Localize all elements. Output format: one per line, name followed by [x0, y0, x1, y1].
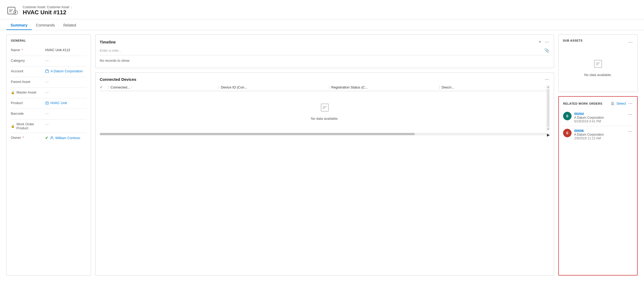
tab-bar: Summary Commands Related — [0, 20, 644, 30]
timeline-title: Timeline — [100, 40, 116, 44]
timeline-no-records: No records to show. — [100, 57, 550, 64]
field-work-order-product: 🔒 Work Order Product --- — [11, 119, 86, 133]
field-barcode: Barcode --- — [11, 109, 86, 119]
breadcrumb[interactable]: Customer Asset: Customer Asset ⌄ — [23, 5, 73, 9]
field-account: Account A Datum Corporation — [11, 66, 86, 77]
col-description[interactable]: Descri... — [439, 85, 550, 89]
wo-company-2: A Datum Corporation — [574, 133, 625, 136]
devices-table-header: ✓ Connected... ↑ Device ID (Con... Regis… — [100, 85, 550, 91]
work-order-item-2: 0 00006 A Datum Corporation 2/9/2019 11:… — [563, 126, 633, 143]
general-panel: GENERAL Name * HVAC Unit #112 Category -… — [6, 34, 91, 276]
work-order-item-1: 0 00204 A Datum Corporation 6/19/2019 4:… — [563, 109, 633, 126]
wo-details-2: 00006 A Datum Corporation 2/9/2019 11:12… — [574, 129, 625, 140]
required-indicator-owner: * — [22, 136, 24, 140]
connected-devices-panel: Connected Devices ⋯ ✓ Connected... ↑ Dev… — [95, 72, 554, 276]
attachment-icon: 📎 — [544, 48, 550, 53]
wo-date-1: 6/19/2019 4:41 PM — [574, 119, 625, 123]
work-orders-actions: ☰ Select ⋯ — [611, 101, 633, 106]
wo-company-1: A Datum Corporation — [574, 116, 625, 119]
timeline-panel: Timeline + ⋯ Enter a note... 📎 No record… — [95, 34, 554, 68]
middle-panel: Timeline + ⋯ Enter a note... 📎 No record… — [95, 34, 554, 276]
field-value-product[interactable]: HVAC Unit — [45, 101, 86, 105]
sub-assets-header: SUB ASSETS ⋯ — [563, 39, 633, 45]
tab-commands[interactable]: Commands — [32, 20, 59, 30]
work-orders-select-button[interactable]: Select — [616, 101, 626, 105]
tab-summary[interactable]: Summary — [6, 20, 32, 30]
wo-number-1[interactable]: 00204 — [574, 112, 625, 116]
main-content: GENERAL Name * HVAC Unit #112 Category -… — [0, 30, 644, 280]
field-label-owner: Owner * — [11, 136, 45, 140]
svg-rect-0 — [8, 7, 15, 14]
list-view-icon: ☰ — [611, 101, 614, 106]
sub-assets-more-button[interactable]: ⋯ — [628, 40, 633, 45]
svg-rect-2 — [45, 70, 49, 73]
work-orders-header: RELATED WORK ORDERS ☰ Select ⋯ — [563, 101, 633, 106]
timeline-note-area[interactable]: Enter a note... 📎 — [100, 48, 550, 55]
chevron-down-icon: ⌄ — [70, 6, 73, 9]
owner-verified-icon: ✔ — [45, 136, 48, 140]
no-data-icon — [320, 103, 330, 114]
field-value-account[interactable]: A Datum Corporation — [45, 69, 86, 73]
sub-assets-no-data-text: No data available. — [584, 73, 612, 77]
breadcrumb-text: Customer Asset: Customer Asset — [23, 5, 69, 9]
sub-assets-title: SUB ASSETS — [563, 39, 583, 42]
sub-assets-no-data-icon — [593, 59, 603, 71]
general-section-title: GENERAL — [11, 39, 86, 42]
product-link-icon — [45, 101, 49, 105]
scroll-up-button[interactable] — [547, 86, 549, 88]
col-device-id[interactable]: Device ID (Con... — [218, 85, 329, 89]
field-label-barcode: Barcode — [11, 112, 45, 116]
field-product: Product HVAC Unit — [11, 98, 86, 109]
note-placeholder: Enter a note... — [100, 48, 121, 52]
lock-icon-wop: 🔒 — [11, 124, 15, 128]
tab-related[interactable]: Related — [59, 20, 80, 30]
page-header: Customer Asset: Customer Asset ⌄ HVAC Un… — [0, 0, 644, 19]
field-value-parent-asset: --- — [45, 80, 86, 84]
timeline-add-button[interactable]: + — [538, 39, 542, 45]
field-name: Name * HVAC Unit #112 — [11, 45, 86, 56]
wo-more-button-1[interactable]: ⋯ — [628, 112, 633, 117]
devices-title: Connected Devices — [100, 77, 136, 82]
wo-number-2[interactable]: 00006 — [574, 129, 625, 133]
field-label-master-asset: 🔒 Master Asset — [11, 90, 45, 94]
page-title: HVAC Unit #112 — [23, 9, 73, 16]
field-value-master-asset: --- — [45, 90, 86, 94]
sub-assets-panel: SUB ASSETS ⋯ No data available. — [558, 34, 638, 92]
col-registration-status[interactable]: Registration Status (C... — [329, 85, 439, 89]
devices-no-data-text: No data available. — [311, 117, 338, 121]
right-panel: SUB ASSETS ⋯ No data available. RELATED … — [558, 34, 638, 276]
field-category: Category --- — [11, 56, 86, 66]
devices-header: Connected Devices ⋯ — [100, 77, 550, 82]
col-connected[interactable]: Connected... ↑ — [108, 85, 218, 89]
wo-more-button-2[interactable]: ⋯ — [628, 129, 633, 134]
field-master-asset: 🔒 Master Asset --- — [11, 88, 86, 98]
field-value-owner[interactable]: ✔ William Contoso — [45, 136, 86, 140]
field-owner: Owner * ✔ William Contoso — [11, 133, 86, 144]
entity-icon — [6, 4, 19, 17]
field-value-name: HVAC Unit #112 — [45, 48, 86, 52]
work-orders-title: RELATED WORK ORDERS — [563, 102, 602, 105]
field-value-category: --- — [45, 59, 86, 63]
scroll-down-button[interactable] — [547, 128, 549, 130]
lock-icon-master: 🔒 — [11, 91, 15, 94]
timeline-header: Timeline + ⋯ — [100, 39, 550, 45]
sub-assets-no-data: No data available. — [563, 48, 633, 87]
work-orders-more-button[interactable]: ⋯ — [628, 101, 633, 106]
devices-more-button[interactable]: ⋯ — [545, 77, 550, 82]
account-link-icon — [45, 69, 49, 73]
related-work-orders-panel: RELATED WORK ORDERS ☰ Select ⋯ 0 00204 A… — [558, 96, 638, 276]
field-label-product: Product — [11, 101, 45, 105]
work-orders-title-area: RELATED WORK ORDERS — [563, 102, 602, 105]
table-check-col: ✓ — [100, 85, 108, 89]
field-value-work-order-product: --- — [45, 122, 86, 126]
header-text: Customer Asset: Customer Asset ⌄ HVAC Un… — [23, 5, 73, 16]
field-label-work-order-product: 🔒 Work Order Product — [11, 122, 45, 130]
wo-avatar-1: 0 — [563, 112, 572, 120]
field-label-name: Name * — [11, 48, 45, 52]
scroll-right-button[interactable]: ▶ — [547, 133, 550, 135]
field-parent-asset: Parent Asset --- — [11, 77, 86, 88]
owner-user-icon — [50, 136, 54, 140]
timeline-more-button[interactable]: ⋯ — [545, 39, 550, 45]
field-label-parent-asset: Parent Asset — [11, 80, 45, 84]
field-label-category: Category — [11, 59, 45, 63]
